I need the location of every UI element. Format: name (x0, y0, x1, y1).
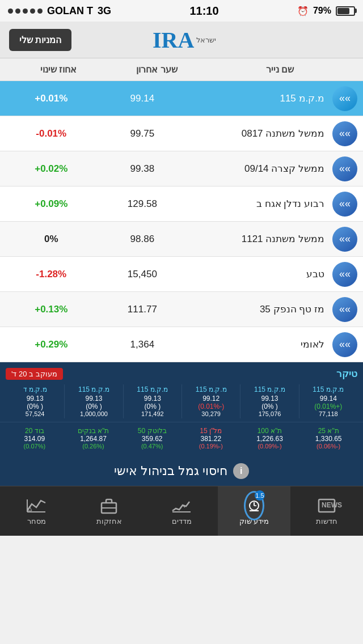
ticker-vol-3: 171,492 (125, 410, 180, 417)
stock-price-7: 1,364 (97, 339, 188, 350)
ticker-change-3: ( 0%) (125, 402, 180, 410)
idx-name-0: ת"א 25 (301, 427, 356, 435)
status-bar: GOLAN T 3G 11:10 ⏰ 79% (0, 0, 363, 22)
header-change: אחוז שינוי (9, 64, 108, 75)
nav-item-market[interactable]: 1.5 מידע שוק (218, 486, 290, 536)
index-item-0[interactable]: ת"א 25 1,330.65 (-0.06%) (299, 426, 357, 451)
idx-change-5: (0.07%) (7, 443, 62, 450)
nav-item-holdings[interactable]: אחזקות (73, 486, 145, 536)
idx-name-4: ת"א בנקים (66, 427, 121, 435)
stock-price-5: 15,450 (97, 269, 188, 280)
table-row[interactable]: «« מז טף הנפק 35 111.77 +0.13% (0, 292, 363, 327)
ticker-label: טיקר (336, 368, 357, 380)
nav-button-7[interactable]: «« (332, 332, 357, 357)
index-grid: ת"א 25 1,330.65 (-0.06%) ת"א 100 1,226.6… (6, 426, 357, 451)
table-row[interactable]: «« ממשל קצרה 09/14 99.38 +0.02% (0, 151, 363, 187)
ticker-vol-2: 30,279 (183, 410, 239, 417)
table-row[interactable]: «« מ.ק.מ 115 99.14 +0.01% (0, 81, 363, 116)
market-icon: 1.5 (244, 497, 264, 515)
ticker-name-0: מ.ק.מ 115 (301, 385, 356, 393)
network-label: 3G (98, 5, 111, 17)
index-item-5[interactable]: בוד 20 314.09 (0.07%) (6, 426, 64, 451)
stock-price-4: 98.86 (97, 234, 188, 245)
ticker-change-4: ( 0%) (66, 402, 121, 410)
ticker-item-2[interactable]: מ.ק.מ 115 99.12 (-0.01%) 30,279 (182, 384, 240, 418)
nav-item-indices[interactable]: מדדים (145, 486, 218, 536)
my-stocks-button[interactable]: המניות שלי (9, 29, 71, 51)
ticker-item-0[interactable]: מ.ק.מ 115 99.14 (+0.01%) 77,118 (299, 384, 357, 418)
ticker-name-5: מ.ק.מ ד (7, 385, 63, 393)
table-row[interactable]: «« ממשל משתנה 1121 98.86 0% (0, 222, 363, 257)
chart-icon (26, 497, 47, 515)
signal-dots (8, 9, 43, 14)
ticker-price-4: 99.13 (66, 395, 121, 402)
stock-name-4: ממשל משתנה 1121 (188, 233, 329, 245)
news-icon: NEWS (316, 497, 337, 515)
index-item-3[interactable]: בלוטק 50 359.62 (0.47%) (123, 426, 181, 451)
stock-price-0: 99.14 (97, 93, 188, 104)
nav-label-maschar: מסחר (27, 517, 46, 526)
stock-price-2: 99.38 (97, 163, 188, 175)
nav-item-maschar[interactable]: מסחר (0, 486, 73, 536)
nav-item-news[interactable]: NEWS חדשות (290, 486, 363, 536)
ticker-name-3: מ.ק.מ 115 (125, 385, 180, 393)
index-section: ת"א 25 1,330.65 (-0.06%) ת"א 100 1,226.6… (0, 422, 363, 456)
stock-name-5: טבע (188, 268, 329, 280)
idx-change-0: (-0.06%) (301, 443, 356, 450)
stock-change-5: -1.28% (6, 269, 97, 280)
stock-name-2: ממשל קצרה 09/14 (188, 163, 329, 175)
ticker-change-1: ( 0%) (242, 402, 297, 410)
status-right: ⏰ 79% (297, 6, 355, 16)
nav-button-1[interactable]: «« (332, 121, 357, 146)
table-row[interactable]: «« רבוע נדלן אגח ב 129.58 +0.09% (0, 187, 363, 222)
banner: i חיסוי גמל בניהול אישי (0, 456, 363, 486)
tracker-badge: מעוקב ב 20 ד' (6, 368, 63, 380)
ticker-name-2: מ.ק.מ 115 (183, 385, 239, 393)
nav-button-4[interactable]: «« (332, 227, 357, 252)
idx-name-1: ת"א 100 (242, 427, 298, 435)
stock-change-0: +0.01% (6, 93, 97, 104)
stock-change-6: +0.13% (6, 304, 97, 315)
ticker-grid: מ.ק.מ 115 99.14 (+0.01%) 77,118 מ.ק.מ 11… (6, 384, 357, 418)
info-button[interactable]: i (233, 463, 249, 479)
nav-label-news: חדשות (316, 517, 337, 526)
table-row[interactable]: «« טבע 15,450 -1.28% (0, 257, 363, 292)
logo-israel-text: ישראל (196, 36, 216, 44)
nav-button-2[interactable]: «« (332, 156, 357, 181)
app-header: המניות שלי IRA ישראל (0, 22, 363, 58)
idx-name-3: בלוטק 50 (124, 427, 180, 435)
index-item-1[interactable]: ת"א 100 1,226.63 (-0.09%) (241, 426, 299, 451)
header-name: שם נייר (206, 64, 354, 75)
battery-icon (336, 6, 355, 16)
index-item-4[interactable]: ת"א בנקים 1,264.87 (0.26%) (65, 426, 123, 451)
nav-button-0[interactable]: «« (332, 86, 357, 111)
nav-button-3[interactable]: «« (332, 192, 357, 217)
logo-ira: IRA (153, 27, 194, 53)
ticker-item-1[interactable]: מ.ק.מ 115 99.13 ( 0%) 175,076 (240, 384, 298, 418)
alarm-icon: ⏰ (297, 6, 309, 16)
idx-name-2: מל"ן 15 (183, 427, 239, 435)
ticker-item-5[interactable]: מ.ק.מ ד 99.13 ( 0%) 57,524 (6, 384, 64, 418)
idx-price-5: 314.09 (7, 435, 62, 443)
stock-name-3: רבוע נדלן אגח ב (188, 198, 329, 210)
ticker-change-5: ( 0%) (7, 402, 63, 410)
carrier-label: GOLAN T (47, 5, 93, 17)
briefcase-icon (99, 497, 119, 515)
idx-change-4: (0.26%) (66, 443, 121, 450)
stock-change-4: 0% (6, 234, 97, 245)
graph-icon (171, 497, 192, 515)
ticker-item-3[interactable]: מ.ק.מ 115 99.13 ( 0%) 171,492 (123, 384, 182, 418)
table-row[interactable]: «« לאומי 1,364 +0.29% (0, 327, 363, 362)
ticker-section: טיקר מעוקב ב 20 ד' מ.ק.מ 115 99.14 (+0.0… (0, 362, 363, 422)
stock-price-6: 111.77 (97, 304, 188, 315)
stock-name-7: לאומי (188, 338, 329, 350)
index-item-2[interactable]: מל"ן 15 381.22 (-0.19%) (182, 426, 240, 451)
ticker-item-4[interactable]: מ.ק.מ 115 99.13 ( 0%) 1,000,000 (64, 384, 123, 418)
ticker-price-3: 99.13 (125, 395, 180, 402)
table-row[interactable]: «« ממשל משתנה 0817 99.75 -0.01% (0, 116, 363, 151)
stock-price-1: 99.75 (97, 128, 188, 139)
stock-change-2: +0.02% (6, 163, 97, 175)
nav-button-6[interactable]: «« (332, 297, 357, 322)
nav-button-5[interactable]: «« (332, 262, 357, 287)
logo-area: IRA ישראל (153, 27, 216, 53)
